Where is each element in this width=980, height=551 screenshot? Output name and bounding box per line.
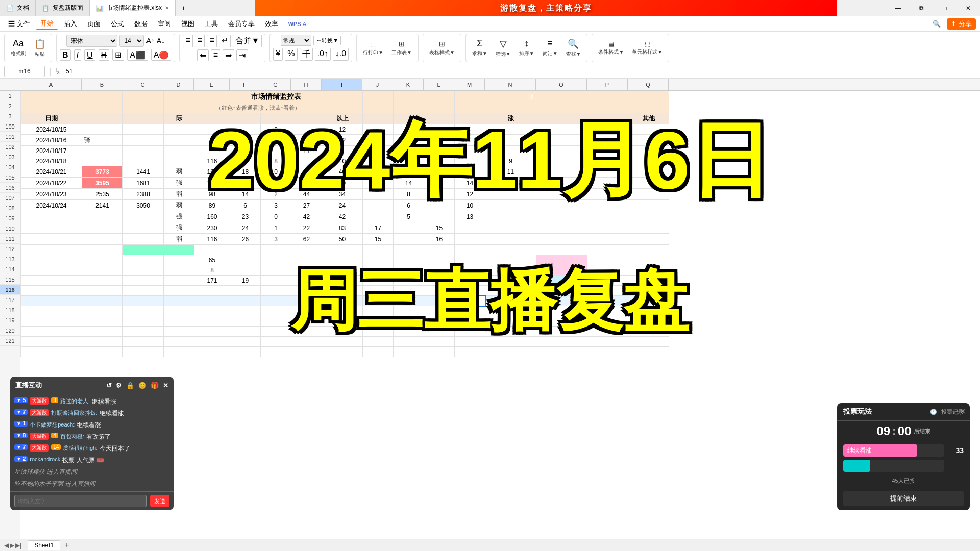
col-header-h[interactable]: H — [291, 79, 322, 90]
cell-g103[interactable]: 8 — [261, 156, 291, 166]
maximize-button[interactable]: □ — [933, 0, 957, 16]
row-num-2[interactable]: 2 — [0, 101, 20, 111]
cell-o1[interactable] — [536, 91, 587, 103]
cell-b109[interactable] — [82, 222, 123, 234]
cell-k111[interactable] — [394, 245, 424, 255]
cell-n107[interactable] — [485, 200, 536, 211]
cell-a102[interactable]: 2024/10/17 — [21, 146, 82, 156]
vote-submit-btn[interactable]: 提前结束 — [843, 491, 964, 506]
cell-k106[interactable]: 8 — [394, 189, 424, 200]
cell-o108[interactable] — [536, 211, 587, 222]
menu-review[interactable]: 审阅 — [154, 18, 175, 30]
cell-m105[interactable]: 14 — [455, 178, 485, 189]
cell-e107[interactable]: 89 — [194, 200, 230, 211]
cell-q115[interactable] — [628, 286, 669, 296]
cell-i112[interactable] — [322, 255, 363, 265]
cell-g106[interactable]: 2 — [261, 189, 291, 200]
cell-f115[interactable] — [230, 286, 261, 296]
cell-n114[interactable] — [485, 276, 536, 286]
cell-b112[interactable] — [82, 255, 123, 265]
cell-m102[interactable] — [455, 146, 485, 156]
cell-p112[interactable] — [587, 255, 628, 265]
cell-c111[interactable] — [123, 245, 194, 255]
cell-c110[interactable] — [123, 234, 164, 245]
cell-q100[interactable] — [628, 124, 669, 135]
menu-view[interactable]: 视图 — [177, 18, 199, 30]
cell-c108[interactable] — [123, 211, 164, 222]
cell-k102[interactable] — [394, 146, 424, 156]
cell-c113[interactable] — [123, 265, 164, 276]
align-right-btn[interactable]: ➡ — [223, 49, 234, 61]
nav-next-icon[interactable]: ▶ — [10, 542, 14, 549]
cell-j111[interactable] — [363, 245, 394, 255]
cell-o105[interactable] — [536, 178, 587, 189]
sheet-tab-sheet1[interactable]: Sheet1 — [28, 540, 60, 550]
cell-h111[interactable] — [291, 245, 322, 255]
cell-d116[interactable] — [164, 296, 194, 306]
cell-a114[interactable] — [21, 276, 82, 286]
cell-g110[interactable]: 3 — [261, 234, 291, 245]
cell-a119[interactable] — [21, 327, 82, 337]
cell-n116[interactable] — [485, 296, 536, 306]
cell-i103[interactable]: 40 — [322, 156, 363, 166]
cell-p110[interactable] — [587, 234, 628, 245]
cell-g100[interactable]: 8 — [261, 124, 291, 135]
decrease-font-btn[interactable]: A↓ — [157, 37, 165, 45]
cell-q114[interactable] — [628, 276, 669, 286]
cell-i2[interactable] — [322, 103, 363, 113]
wrap-btn[interactable]: ↵ — [219, 35, 231, 47]
col-header-p[interactable]: P — [587, 79, 628, 90]
col-header-d[interactable]: D — [163, 79, 194, 90]
convert-btn[interactable]: ↔转换▼ — [313, 36, 341, 45]
cell-m110[interactable] — [455, 234, 485, 245]
row-num-111[interactable]: 111 — [0, 234, 20, 244]
cell-p114[interactable] — [587, 276, 628, 286]
cell-f111[interactable] — [230, 245, 261, 255]
bold-btn[interactable]: B — [60, 49, 71, 61]
cell-a117[interactable] — [21, 306, 82, 316]
cell-b110[interactable] — [82, 234, 123, 245]
cell-c109[interactable] — [123, 222, 164, 234]
cell-p100[interactable] — [587, 124, 628, 135]
cell-k115[interactable] — [394, 286, 424, 296]
cell-l1[interactable] — [424, 91, 455, 103]
sum-btn[interactable]: Σ 求和▼ — [469, 37, 491, 58]
cell-style-btn[interactable]: ⬚ 单元格样式▼ — [629, 39, 666, 57]
menu-wps-ai[interactable]: WPS AI — [284, 20, 312, 28]
row-num-109[interactable]: 109 — [0, 213, 20, 223]
cell-l115[interactable] — [424, 286, 455, 296]
cell-i110[interactable]: 50 — [322, 234, 363, 245]
cell-n105[interactable] — [485, 178, 536, 189]
cell-h113[interactable] — [291, 265, 322, 276]
row-num-1[interactable]: 1 — [0, 91, 20, 101]
cell-g116[interactable] — [261, 296, 291, 306]
col-header-o[interactable]: O — [536, 79, 587, 90]
cell-o2[interactable] — [536, 103, 587, 113]
col-header-k[interactable]: K — [393, 79, 424, 90]
cell-g111[interactable] — [261, 245, 291, 255]
cell-j115[interactable] — [363, 286, 394, 296]
underline-btn[interactable]: U — [84, 49, 95, 61]
vote-close-btn[interactable]: ✕ — [960, 407, 966, 415]
cell-a104[interactable]: 2024/10/21 — [21, 166, 82, 178]
menu-vip[interactable]: 会员专享 — [224, 18, 259, 30]
cell-a108[interactable] — [21, 211, 82, 222]
col-header-i[interactable]: I — [322, 79, 362, 90]
cell-p3[interactable] — [587, 113, 628, 124]
cell-f113[interactable] — [230, 265, 261, 276]
cell-e103[interactable]: 116 — [194, 156, 230, 166]
cell-n104[interactable]: 11 — [485, 166, 536, 178]
row-num-104[interactable]: 104 — [0, 162, 20, 172]
cell-f116[interactable] — [230, 296, 261, 306]
cell-d100[interactable] — [164, 124, 194, 135]
workarea-btn[interactable]: ⊞ 工作表▼ — [388, 39, 415, 57]
cell-h105[interactable]: 50 — [291, 178, 322, 189]
cell-a111[interactable] — [21, 245, 82, 255]
row-num-100[interactable]: 100 — [0, 121, 20, 132]
cell-i106[interactable]: 34 — [322, 189, 363, 200]
align-middle-btn[interactable]: ≡ — [195, 35, 205, 47]
cell-i3[interactable]: 以上 — [322, 113, 363, 124]
cell-n109[interactable] — [485, 222, 536, 234]
cell-e110[interactable]: 116 — [194, 234, 230, 245]
col-header-f[interactable]: F — [230, 79, 260, 90]
